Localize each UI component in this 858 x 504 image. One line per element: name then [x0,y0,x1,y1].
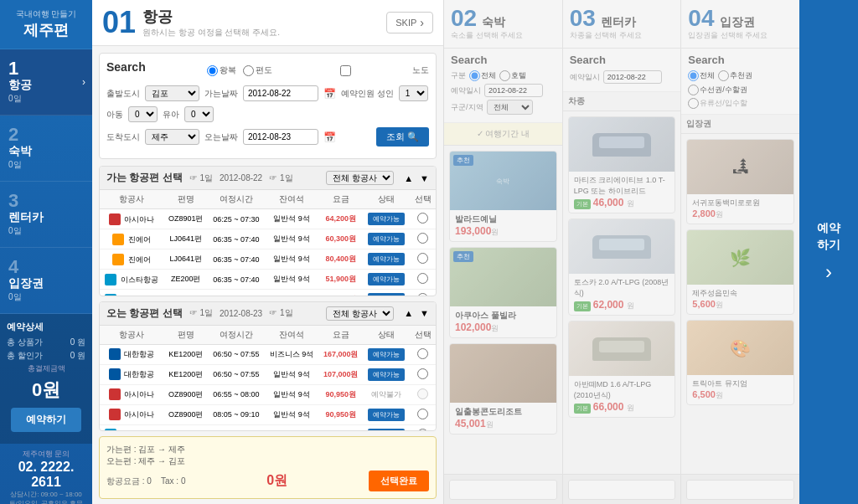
contact-hours1: 상담시간: 09:00 ~ 18:00 [7,490,85,499]
accom-region-select[interactable]: 전체 [487,100,533,115]
adult-select[interactable]: 1 [399,85,428,101]
ticket-card-1[interactable]: 🏞 서귀포동백미로로원 2,800원 [686,139,794,224]
in-status-btn-3[interactable]: 예약가능 [368,409,405,421]
inbound-flight-row[interactable]: 대한항공 KE1200편 06:50 ~ 07:55 비즈니스 9석 167,0… [100,344,436,364]
inbound-flight-row[interactable]: 아시아나 OZ8900편 08:05 ~ 09:10 일반석 9석 90,950… [100,404,436,424]
radio-roundtrip-input[interactable] [207,65,218,76]
ticket-radio-rec[interactable]: 추천권 [718,70,752,81]
outbound-flight-row[interactable]: 아시아나 OZ8901편 06:25 ~ 07:30 일반석 9석 64,200… [100,209,436,229]
in-radio-3[interactable] [417,409,428,419]
sidebar-item-rental[interactable]: 3 렌터카 0일 [0,182,92,248]
in-status-4[interactable]: 예약가능 [363,424,410,431]
out-status-btn-1[interactable]: 예약가능 [368,233,405,245]
out-status-2[interactable]: 예약가능 [363,249,410,270]
in-select-2[interactable] [410,384,436,404]
rental-card-3[interactable]: 아반떼MD 1.6 A/T-LPG (2010년식) 기본 66,000 원 [568,321,676,418]
out-status-btn-0[interactable]: 예약가능 [368,213,405,225]
out-status-0[interactable]: 예약가능 [363,209,410,229]
inbound-flight-row[interactable]: 아시아나 OZ8900편 06:55 ~ 08:00 일반석 9석 90,950… [100,384,436,404]
ticket-radio-all[interactable]: 전체 [688,70,715,81]
departure-select[interactable]: 김포 [145,85,199,101]
in-status-0[interactable]: 예약가능 [363,344,410,364]
in-status-btn-4[interactable]: 예약가능 [368,429,405,432]
out-status-btn-2[interactable]: 예약가능 [368,253,405,265]
radio-oneway[interactable]: 편도 [243,64,272,76]
return-date-label: 오는날짜 [204,131,238,143]
checkbox-map[interactable] [340,65,351,76]
out-select-4[interactable] [410,290,436,296]
rental-card-1[interactable]: 마티즈 크리에이티브 1.0 T-LPG 또는 하이브리드 기본 46,000 … [568,116,676,213]
infant-select[interactable]: 0 [184,106,214,122]
out-status-btn-4[interactable]: 예약가능 [368,293,405,296]
in-status-2[interactable]: 예약불가 [363,384,410,404]
in-radio-2[interactable] [417,388,428,399]
inbound-airline-filter[interactable]: 전체 항공사 [326,306,394,321]
sidebar-item-hotel[interactable]: 2 숙박 0일 [0,116,92,182]
out-status-btn-3[interactable]: 예약가능 [368,273,405,285]
outbound-flight-row[interactable]: 진에어 LJ0641편 06:35 ~ 07:40 일반석 9석 80,400원… [100,249,436,270]
accom-card-1[interactable]: 추천 숙박 발라드예닐 193,000원 [449,151,557,242]
in-select-3[interactable] [410,404,436,424]
arrival-select[interactable]: 제주 [145,129,199,145]
out-select-2[interactable] [410,249,436,270]
in-status-3[interactable]: 예약가능 [363,404,410,424]
out-select-1[interactable] [410,229,436,249]
rental-search: Search 예약일시 [563,49,681,92]
scroll-down-icon[interactable]: ▼ [420,173,429,183]
skip-button[interactable]: SKIP › [386,12,433,33]
inbound-flight-row[interactable]: 이스타항공 ZE204편 08:10 ~ 09:15 일반석 9석 67,900… [100,424,436,431]
rental-select-box [568,480,676,500]
outbound-airline-filter[interactable]: 전체 항공사 [326,171,394,185]
scroll-up-icon[interactable]: ▲ [404,173,413,183]
accom-card-3[interactable]: 일출봉콘도리조트 45,001원 [449,343,557,435]
in-select-4[interactable] [410,424,436,431]
out-radio-3[interactable] [417,273,428,284]
out-radio-0[interactable] [417,213,428,224]
ticket-radio-other[interactable]: 수선권/수할권 [688,85,747,95]
accom-card-2[interactable]: 추천 아쿠아스 풀빌라 102,000원 [449,247,557,338]
out-status-1[interactable]: 예약가능 [363,229,410,249]
inbound-scroll-down-icon[interactable]: ▼ [420,308,429,318]
right-reserve-button[interactable]: 예약하기 › [799,0,858,504]
flight-step-num: 01 [102,8,136,38]
confirm-button[interactable]: 선택완료 [369,471,429,491]
in-radio-1[interactable] [417,368,428,379]
out-radio-4[interactable] [417,293,428,296]
out-select-3[interactable] [410,270,436,290]
radio-roundtrip[interactable]: 왕복 [207,64,236,76]
in-status-btn-0[interactable]: 예약가능 [368,348,405,361]
out-status-3[interactable]: 예약가능 [363,270,410,290]
in-select-0[interactable] [410,344,436,364]
sidebar-item-flight[interactable]: 1 항공 0일 › [0,49,92,116]
inbound-flight-row[interactable]: 대한항공 KE1200편 06:50 ~ 07:55 일반석 9석 107,00… [100,364,436,384]
depart-date-input[interactable] [243,85,318,101]
rental-card-2[interactable]: 토스카 2.0 A/T-LPG (2008년식) 기본 62,000 원 [568,219,676,316]
in-col-time: 여정시간 [208,326,264,345]
accom-date-input[interactable] [484,84,543,97]
out-radio-2[interactable] [417,253,428,264]
accom-radio-all[interactable]: 전체 [469,70,496,81]
out-select-0[interactable] [410,209,436,229]
outbound-flight-row[interactable]: 진에어 LJ0641편 06:35 ~ 07:40 일반석 9석 60,300원… [100,229,436,249]
outbound-flight-row[interactable]: 이스타항공 ZE201편 06:35 ~ 07:40 일반석 9석 86,400… [100,290,436,296]
ticket-card-3[interactable]: 🎨 트릭아트 뮤지엄 6,500원 [686,320,794,405]
in-radio-0[interactable] [417,348,428,359]
radio-oneway-input[interactable] [243,65,254,76]
inbound-scroll-up-icon[interactable]: ▲ [404,308,413,318]
out-status-4[interactable]: 예약가능 [363,290,410,296]
out-radio-1[interactable] [417,233,428,244]
in-select-1[interactable] [410,364,436,384]
ticket-radio-rental[interactable]: 유류선/입수할 [688,98,793,109]
in-status-1[interactable]: 예약가능 [363,364,410,384]
reserve-button[interactable]: 예약하기 [11,408,82,432]
sidebar-item-ticket[interactable]: 4 입장권 0일 [0,248,92,314]
child-select[interactable]: 0 [128,106,158,122]
in-status-btn-1[interactable]: 예약가능 [368,368,405,381]
rental-date-input[interactable] [603,70,662,84]
in-radio-4[interactable] [417,429,428,432]
accom-radio-hotel[interactable]: 호텔 [499,70,526,81]
return-date-input[interactable] [243,129,318,145]
search-button[interactable]: 조회 🔍 [376,127,429,147]
ticket-card-2[interactable]: 🌿 제주성읍민속 5,600원 [686,229,794,315]
outbound-flight-row[interactable]: 이스타항공 ZE200편 06:35 ~ 07:40 일반석 9석 51,900… [100,270,436,290]
